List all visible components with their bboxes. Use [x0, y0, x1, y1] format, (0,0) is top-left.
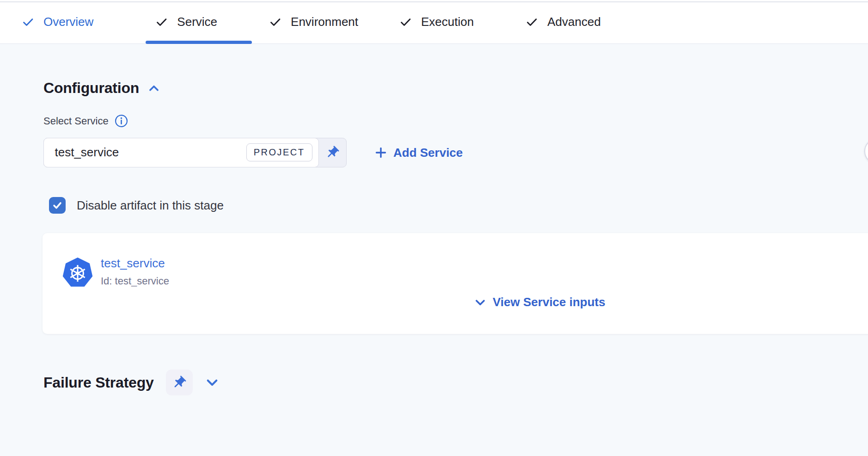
tab-overview[interactable]: Overview: [22, 15, 93, 29]
chevron-up-icon[interactable]: [147, 82, 160, 95]
service-select-group: test_service PROJECT: [43, 138, 347, 167]
configuration-title: Configuration: [43, 80, 139, 97]
disable-artifact-label: Disable artifact in this stage: [77, 198, 224, 213]
tab-environment[interactable]: Environment: [269, 15, 358, 29]
failure-strategy-title: Failure Strategy: [43, 374, 154, 391]
select-service-label: Select Service: [43, 115, 109, 127]
tab-complete-check-icon: [400, 16, 412, 28]
view-service-inputs-toggle[interactable]: View Service inputs: [474, 295, 605, 309]
tab-label: Overview: [43, 15, 93, 29]
active-tab-indicator: [146, 41, 252, 44]
tab-complete-check-icon: [22, 16, 34, 28]
tab-complete-check-icon: [269, 16, 281, 28]
tab-complete-check-icon: [156, 16, 168, 28]
service-input-value: test_service: [55, 145, 119, 160]
tab-label: Execution: [421, 15, 474, 29]
select-service-label-row: Select Service: [43, 114, 128, 128]
configuration-header[interactable]: Configuration: [43, 80, 160, 97]
tab-label: Advanced: [547, 15, 601, 29]
tab-service[interactable]: Service: [156, 15, 217, 29]
pin-service-button[interactable]: [318, 138, 346, 167]
service-id-text: Id: test_service: [101, 275, 169, 287]
tab-label: Environment: [291, 15, 358, 29]
service-card: test_service Id: test_service View Servi…: [43, 233, 868, 334]
service-card-text: test_service Id: test_service: [101, 256, 169, 287]
plus-icon: [374, 146, 387, 159]
add-service-label: Add Service: [393, 146, 463, 160]
service-scope-badge: PROJECT: [246, 143, 312, 161]
pin-icon: [171, 375, 187, 390]
add-service-button[interactable]: Add Service: [374, 138, 463, 167]
chevron-down-icon[interactable]: [205, 375, 220, 390]
kubernetes-icon: [62, 258, 93, 288]
pin-icon: [325, 145, 340, 160]
stage-tabbar: Overview Service Environment Execution A: [0, 0, 868, 44]
edge-floating-button[interactable]: [864, 138, 868, 164]
failure-strategy-header: Failure Strategy: [43, 370, 220, 395]
info-icon[interactable]: [115, 114, 128, 128]
chevron-down-icon: [474, 296, 487, 309]
pin-failure-strategy-button[interactable]: [166, 370, 193, 395]
tab-complete-check-icon: [526, 16, 538, 28]
tab-advanced[interactable]: Advanced: [526, 15, 601, 29]
view-service-inputs-label: View Service inputs: [493, 295, 605, 309]
service-select-input[interactable]: test_service PROJECT: [43, 138, 319, 167]
disable-artifact-row[interactable]: Disable artifact in this stage: [49, 197, 224, 214]
disable-artifact-checkbox[interactable]: [49, 197, 66, 214]
tab-label: Service: [177, 15, 217, 29]
service-name-link[interactable]: test_service: [101, 256, 169, 271]
tab-list: Overview Service Environment Execution A: [22, 0, 601, 44]
tab-execution[interactable]: Execution: [400, 15, 474, 29]
